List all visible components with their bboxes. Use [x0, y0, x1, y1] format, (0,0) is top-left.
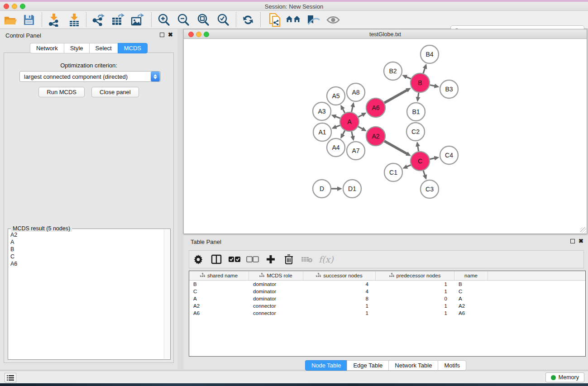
- export-table-icon[interactable]: [110, 12, 126, 28]
- graph-node-A4[interactable]: A4: [327, 138, 345, 157]
- graph-node-B1[interactable]: B1: [407, 103, 425, 121]
- graph-edge-A-A6[interactable]: [358, 115, 362, 117]
- deselect-all-icon[interactable]: [244, 256, 262, 262]
- table-cell[interactable]: B: [189, 281, 249, 288]
- delete-icon[interactable]: [280, 254, 298, 265]
- column-header-shared-name[interactable]: shared name: [189, 271, 249, 280]
- graph-node-B4[interactable]: B4: [421, 45, 439, 63]
- table-cell[interactable]: A6: [454, 310, 488, 317]
- graph-edge-C-C1[interactable]: [406, 165, 411, 167]
- column-header-name[interactable]: name: [454, 271, 488, 280]
- add-icon[interactable]: [262, 254, 280, 264]
- tab-motifs[interactable]: Motifs: [438, 360, 466, 371]
- table-row[interactable]: A6connector11A6: [189, 310, 585, 317]
- table-cell[interactable]: B: [454, 281, 488, 288]
- zoom-fit-icon[interactable]: [195, 12, 211, 28]
- node-table[interactable]: shared nameMCDS rolesuccessor nodesprede…: [189, 271, 586, 357]
- table-row[interactable]: A2connector11A2: [189, 302, 585, 310]
- result-list-item[interactable]: A: [10, 238, 164, 246]
- graph-node-B2[interactable]: B2: [384, 62, 402, 80]
- refresh-icon[interactable]: [240, 12, 256, 28]
- graph-node-D[interactable]: D: [313, 180, 331, 198]
- graph-edge-A-A2[interactable]: [358, 127, 363, 129]
- table-cell[interactable]: 8: [303, 295, 376, 302]
- table-cell[interactable]: 1: [303, 302, 376, 310]
- graph-edge-B-B4[interactable]: [423, 68, 425, 73]
- close-panel-icon[interactable]: ✖: [168, 33, 173, 37]
- export-image-icon[interactable]: [129, 12, 145, 28]
- table-cell[interactable]: 4: [303, 288, 376, 295]
- hide-graphics-details-icon[interactable]: [305, 12, 321, 28]
- graph-node-B[interactable]: B: [411, 73, 430, 92]
- graph-edge-A-A7[interactable]: [352, 131, 353, 136]
- window-resize-grip[interactable]: [580, 227, 586, 233]
- task-history-button[interactable]: [5, 373, 16, 382]
- table-cell[interactable]: 1: [376, 302, 454, 310]
- network-graph[interactable]: AA1A2A3A4A5A6A7A8BB1B2B3B4CC1C2C3C4DD1: [184, 39, 587, 234]
- graph-edge-A-A1[interactable]: [336, 125, 340, 127]
- table-cell[interactable]: dominator: [249, 288, 303, 295]
- float-panel-icon[interactable]: [160, 33, 164, 37]
- table-cell[interactable]: 1: [376, 288, 454, 295]
- column-header-MCDS-role[interactable]: MCDS role: [249, 271, 303, 280]
- zoom-selected-icon[interactable]: [215, 12, 231, 28]
- table-cell[interactable]: C: [189, 288, 249, 295]
- graph-edge-A-A3[interactable]: [335, 116, 340, 118]
- float-table-panel-icon[interactable]: [570, 239, 575, 243]
- graph-node-A3[interactable]: A3: [313, 102, 331, 120]
- import-table-icon[interactable]: [66, 12, 82, 28]
- table-cell[interactable]: dominator: [249, 281, 303, 288]
- column-header-successor-nodes[interactable]: successor nodes: [303, 271, 376, 280]
- memory-button[interactable]: Memory: [545, 372, 584, 382]
- graph-edge-C-C2[interactable]: [418, 146, 419, 152]
- clone-network-icon[interactable]: [267, 12, 283, 28]
- table-row[interactable]: Adominator80A: [189, 295, 585, 302]
- table-cell[interactable]: A: [454, 295, 488, 302]
- select-all-icon[interactable]: [225, 256, 244, 262]
- table-cell[interactable]: A: [189, 295, 249, 302]
- table-cell[interactable]: A6: [189, 310, 249, 317]
- graph-edge-A6-B[interactable]: [384, 90, 407, 103]
- graph-node-B3[interactable]: B3: [440, 80, 458, 98]
- graph-edge-C-C3[interactable]: [423, 171, 425, 176]
- gear-icon[interactable]: [189, 254, 207, 264]
- tab-style[interactable]: Style: [64, 43, 89, 53]
- graph-node-C2[interactable]: C2: [406, 123, 425, 141]
- save-session-icon[interactable]: [21, 12, 37, 28]
- table-cell[interactable]: dominator: [249, 295, 303, 302]
- graph-edge-A-A8[interactable]: [352, 106, 353, 112]
- table-cell[interactable]: 1: [376, 310, 454, 317]
- graph-edge-A-A5[interactable]: [343, 109, 345, 113]
- result-scrollbar[interactable]: [164, 229, 170, 359]
- table-cell[interactable]: 1: [303, 310, 376, 317]
- zoom-out-icon[interactable]: [175, 12, 191, 28]
- graph-node-A7[interactable]: A7: [347, 142, 365, 160]
- result-list-item[interactable]: A2: [10, 231, 164, 238]
- graph-edge-C-C4[interactable]: [430, 158, 435, 159]
- table-cell[interactable]: 0: [376, 295, 454, 302]
- table-row[interactable]: Cdominator41C: [189, 288, 585, 295]
- table-cell[interactable]: C: [454, 288, 488, 295]
- graph-node-A[interactable]: A: [340, 112, 359, 131]
- graph-node-C4[interactable]: C4: [440, 146, 458, 164]
- network-canvas[interactable]: AA1A2A3A4A5A6A7A8BB1B2B3B4CC1C2C3C4DD1: [184, 39, 587, 234]
- graph-node-D1[interactable]: D1: [343, 180, 361, 198]
- home-view-icon[interactable]: [285, 12, 301, 28]
- table-cell[interactable]: connector: [249, 310, 303, 317]
- table-cell[interactable]: 4: [303, 281, 376, 288]
- tab-select[interactable]: Select: [89, 43, 118, 53]
- graph-node-C3[interactable]: C3: [421, 180, 439, 198]
- tab-mcds[interactable]: MCDS: [118, 43, 148, 53]
- column-view-icon[interactable]: [207, 254, 225, 265]
- show-graphics-details-icon[interactable]: [325, 12, 341, 28]
- table-row[interactable]: Bdominator41B: [189, 281, 585, 288]
- table-cell[interactable]: 1: [376, 281, 454, 288]
- graph-node-A5[interactable]: A5: [327, 87, 345, 105]
- graph-node-A6[interactable]: A6: [366, 98, 385, 117]
- export-network-icon[interactable]: [90, 12, 106, 28]
- column-header-predecessor-nodes[interactable]: predecessor nodes: [376, 271, 454, 280]
- import-network-icon[interactable]: [45, 12, 62, 28]
- close-panel-button[interactable]: Close panel: [91, 87, 139, 97]
- result-list-item[interactable]: A6: [10, 260, 164, 267]
- graph-node-A8[interactable]: A8: [347, 83, 365, 101]
